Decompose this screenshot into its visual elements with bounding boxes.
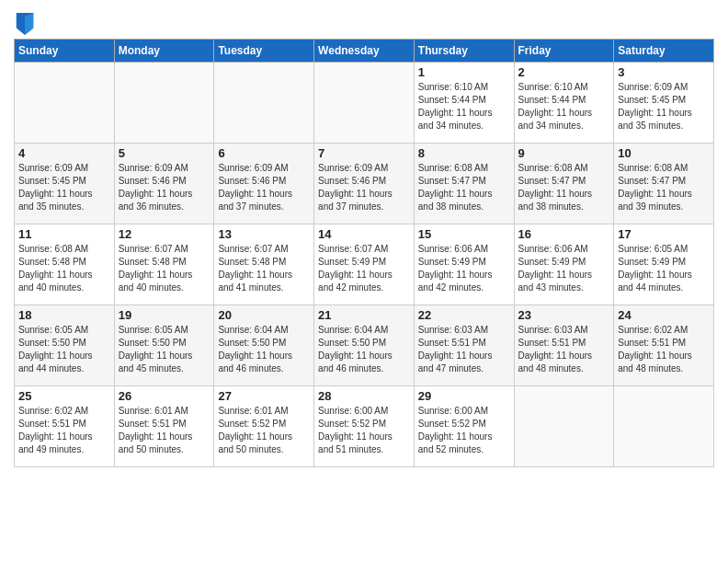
cell-info: Sunrise: 6:07 AM Sunset: 5:48 PM Dayligh… (119, 243, 210, 294)
calendar-cell (15, 63, 115, 144)
day-number: 22 (418, 308, 510, 322)
calendar-cell: 14Sunrise: 6:07 AM Sunset: 5:49 PM Dayli… (314, 224, 415, 305)
day-number: 28 (318, 389, 410, 403)
cell-info: Sunrise: 6:06 AM Sunset: 5:49 PM Dayligh… (418, 243, 510, 294)
cell-info: Sunrise: 6:02 AM Sunset: 5:51 PM Dayligh… (18, 405, 110, 456)
weekday-header-wednesday: Wednesday (314, 40, 415, 63)
day-number: 23 (518, 308, 610, 322)
calendar-cell: 13Sunrise: 6:07 AM Sunset: 5:48 PM Dayli… (214, 224, 314, 305)
calendar-cell: 4Sunrise: 6:09 AM Sunset: 5:45 PM Daylig… (15, 144, 115, 224)
day-number: 9 (518, 146, 610, 160)
cell-info: Sunrise: 6:03 AM Sunset: 5:51 PM Dayligh… (518, 324, 610, 375)
calendar-cell (214, 63, 314, 144)
page-header (14, 9, 714, 31)
calendar-cell: 22Sunrise: 6:03 AM Sunset: 5:51 PM Dayli… (414, 305, 514, 386)
cell-info: Sunrise: 6:08 AM Sunset: 5:47 PM Dayligh… (618, 162, 710, 213)
day-number: 13 (218, 227, 310, 241)
calendar-cell: 21Sunrise: 6:04 AM Sunset: 5:50 PM Dayli… (314, 305, 415, 386)
day-number: 26 (119, 389, 210, 403)
day-number: 18 (18, 308, 110, 322)
cell-info: Sunrise: 6:08 AM Sunset: 5:47 PM Dayligh… (418, 162, 510, 213)
day-number: 16 (518, 227, 610, 241)
calendar-cell: 11Sunrise: 6:08 AM Sunset: 5:48 PM Dayli… (15, 224, 115, 305)
calendar-cell: 3Sunrise: 6:09 AM Sunset: 5:45 PM Daylig… (614, 63, 714, 144)
day-number: 10 (618, 146, 710, 160)
calendar-cell (514, 386, 614, 467)
day-number: 25 (18, 389, 110, 403)
calendar-table: SundayMondayTuesdayWednesdayThursdayFrid… (14, 39, 714, 467)
calendar-cell: 5Sunrise: 6:09 AM Sunset: 5:46 PM Daylig… (114, 144, 214, 224)
day-number: 3 (618, 65, 710, 79)
cell-info: Sunrise: 6:07 AM Sunset: 5:48 PM Dayligh… (218, 243, 310, 294)
day-number: 1 (418, 65, 510, 79)
cell-info: Sunrise: 6:10 AM Sunset: 5:44 PM Dayligh… (518, 81, 610, 132)
day-number: 29 (418, 389, 510, 403)
weekday-header-thursday: Thursday (414, 40, 514, 63)
calendar-cell: 16Sunrise: 6:06 AM Sunset: 5:49 PM Dayli… (514, 224, 614, 305)
cell-info: Sunrise: 6:03 AM Sunset: 5:51 PM Dayligh… (418, 324, 510, 375)
day-number: 19 (119, 308, 210, 322)
calendar-cell (114, 63, 214, 144)
calendar-cell: 24Sunrise: 6:02 AM Sunset: 5:51 PM Dayli… (614, 305, 714, 386)
calendar-cell: 17Sunrise: 6:05 AM Sunset: 5:49 PM Dayli… (614, 224, 714, 305)
calendar-cell: 12Sunrise: 6:07 AM Sunset: 5:48 PM Dayli… (114, 224, 214, 305)
weekday-header-friday: Friday (514, 40, 614, 63)
cell-info: Sunrise: 6:08 AM Sunset: 5:48 PM Dayligh… (18, 243, 110, 294)
calendar-cell: 10Sunrise: 6:08 AM Sunset: 5:47 PM Dayli… (614, 144, 714, 224)
calendar-cell: 26Sunrise: 6:01 AM Sunset: 5:51 PM Dayli… (114, 386, 214, 467)
cell-info: Sunrise: 6:02 AM Sunset: 5:51 PM Dayligh… (618, 324, 710, 375)
weekday-header-sunday: Sunday (15, 40, 115, 63)
cell-info: Sunrise: 6:07 AM Sunset: 5:49 PM Dayligh… (318, 243, 410, 294)
cell-info: Sunrise: 6:10 AM Sunset: 5:44 PM Dayligh… (418, 81, 510, 132)
calendar-cell: 29Sunrise: 6:00 AM Sunset: 5:52 PM Dayli… (414, 386, 514, 467)
calendar-cell: 27Sunrise: 6:01 AM Sunset: 5:52 PM Dayli… (214, 386, 314, 467)
cell-info: Sunrise: 6:09 AM Sunset: 5:46 PM Dayligh… (218, 162, 310, 213)
day-number: 5 (119, 146, 210, 160)
calendar-cell: 8Sunrise: 6:08 AM Sunset: 5:47 PM Daylig… (414, 144, 514, 224)
logo (14, 17, 34, 31)
day-number: 27 (218, 389, 310, 403)
day-number: 12 (119, 227, 210, 241)
day-number: 14 (318, 227, 410, 241)
cell-info: Sunrise: 6:05 AM Sunset: 5:50 PM Dayligh… (119, 324, 210, 375)
cell-info: Sunrise: 6:04 AM Sunset: 5:50 PM Dayligh… (218, 324, 310, 375)
calendar-cell (314, 63, 415, 144)
day-number: 20 (218, 308, 310, 322)
day-number: 15 (418, 227, 510, 241)
cell-info: Sunrise: 6:08 AM Sunset: 5:47 PM Dayligh… (518, 162, 610, 213)
weekday-header-saturday: Saturday (614, 40, 714, 63)
cell-info: Sunrise: 6:05 AM Sunset: 5:49 PM Dayligh… (618, 243, 710, 294)
cell-info: Sunrise: 6:00 AM Sunset: 5:52 PM Dayligh… (418, 405, 510, 456)
cell-info: Sunrise: 6:09 AM Sunset: 5:46 PM Dayligh… (318, 162, 410, 213)
cell-info: Sunrise: 6:09 AM Sunset: 5:45 PM Dayligh… (618, 81, 710, 132)
calendar-cell: 15Sunrise: 6:06 AM Sunset: 5:49 PM Dayli… (414, 224, 514, 305)
cell-info: Sunrise: 6:01 AM Sunset: 5:51 PM Dayligh… (119, 405, 210, 456)
calendar-cell: 23Sunrise: 6:03 AM Sunset: 5:51 PM Dayli… (514, 305, 614, 386)
weekday-header-monday: Monday (114, 40, 214, 63)
calendar-cell (614, 386, 714, 467)
day-number: 17 (618, 227, 710, 241)
day-number: 7 (318, 146, 410, 160)
cell-info: Sunrise: 6:06 AM Sunset: 5:49 PM Dayligh… (518, 243, 610, 294)
cell-info: Sunrise: 6:01 AM Sunset: 5:52 PM Dayligh… (218, 405, 310, 456)
logo-icon (16, 13, 34, 35)
calendar-cell: 2Sunrise: 6:10 AM Sunset: 5:44 PM Daylig… (514, 63, 614, 144)
calendar-cell: 9Sunrise: 6:08 AM Sunset: 5:47 PM Daylig… (514, 144, 614, 224)
cell-info: Sunrise: 6:00 AM Sunset: 5:52 PM Dayligh… (318, 405, 410, 456)
day-number: 21 (318, 308, 410, 322)
calendar-cell: 6Sunrise: 6:09 AM Sunset: 5:46 PM Daylig… (214, 144, 314, 224)
calendar-cell: 25Sunrise: 6:02 AM Sunset: 5:51 PM Dayli… (15, 386, 115, 467)
cell-info: Sunrise: 6:05 AM Sunset: 5:50 PM Dayligh… (18, 324, 110, 375)
calendar-cell: 18Sunrise: 6:05 AM Sunset: 5:50 PM Dayli… (15, 305, 115, 386)
cell-info: Sunrise: 6:09 AM Sunset: 5:46 PM Dayligh… (119, 162, 210, 213)
day-number: 4 (18, 146, 110, 160)
day-number: 24 (618, 308, 710, 322)
calendar-cell: 1Sunrise: 6:10 AM Sunset: 5:44 PM Daylig… (414, 63, 514, 144)
day-number: 2 (518, 65, 610, 79)
calendar-cell: 28Sunrise: 6:00 AM Sunset: 5:52 PM Dayli… (314, 386, 415, 467)
cell-info: Sunrise: 6:09 AM Sunset: 5:45 PM Dayligh… (18, 162, 110, 213)
day-number: 8 (418, 146, 510, 160)
calendar-cell: 7Sunrise: 6:09 AM Sunset: 5:46 PM Daylig… (314, 144, 415, 224)
svg-marker-1 (25, 13, 33, 35)
weekday-header-tuesday: Tuesday (214, 40, 314, 63)
